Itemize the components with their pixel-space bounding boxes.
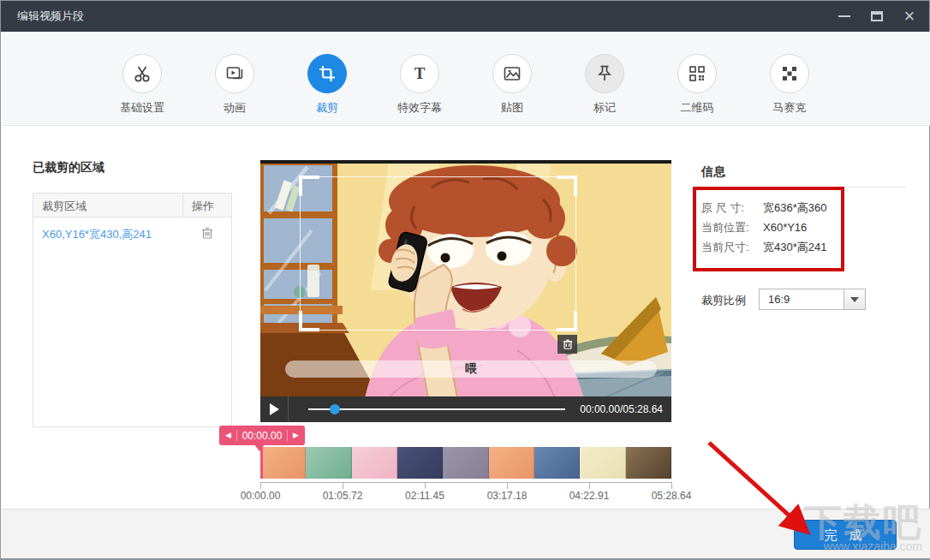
dropdown-button[interactable]	[844, 289, 865, 309]
done-button[interactable]: 完 成	[794, 520, 897, 550]
info-value: 宽636*高360	[763, 200, 826, 216]
info-label: 原 尺 寸:	[701, 200, 763, 216]
text-effect-icon: T	[400, 54, 439, 93]
ruler-tick	[425, 482, 426, 489]
close-icon: ×	[904, 8, 915, 25]
crop-ratio-value: 16:9	[760, 289, 844, 309]
trash-icon	[200, 226, 214, 240]
toolbar-item-animation[interactable]: 动画	[188, 32, 281, 125]
toolbar-item-label: 裁剪	[316, 100, 338, 116]
ruler-tick-label: 01:05.72	[313, 490, 373, 502]
cropped-regions-table: 裁剪区域 操作 X60,Y16*宽430,高241	[33, 193, 232, 427]
play-button[interactable]	[260, 396, 289, 422]
subtitle-bar: 喂	[285, 360, 657, 378]
ruler-tick	[589, 482, 590, 489]
pin-icon	[585, 54, 624, 93]
ruler-tick	[671, 482, 672, 489]
qrcode-icon	[677, 54, 717, 93]
scissors-icon	[122, 54, 162, 93]
filmstrip-thumbnail[interactable]	[443, 447, 488, 479]
ruler-tick-label: 00:00.00	[230, 490, 290, 502]
crop-ratio-select[interactable]: 16:9	[759, 289, 866, 310]
filmstrip-thumbnail[interactable]	[397, 447, 443, 479]
ruler-tick-label: 02:11.45	[395, 490, 455, 502]
badge-divider	[287, 430, 288, 441]
ruler-tick-label: 03:17.18	[477, 490, 537, 502]
step-forward-icon[interactable]: ▶	[293, 432, 299, 439]
toolbar: 基础设置动画裁剪T特效字幕贴图标记二维码马赛克	[2, 32, 930, 126]
toolbar-item-label: 马赛克	[773, 100, 807, 116]
mosaic-icon	[770, 54, 809, 93]
filmstrip-thumbnail[interactable]	[352, 447, 397, 479]
badge-divider	[236, 430, 237, 441]
maximize-icon	[871, 11, 883, 21]
toolbar-item-scissors[interactable]: 基础设置	[96, 32, 188, 125]
step-back-icon[interactable]: ◀	[225, 432, 231, 439]
subtitle-text: 喂	[465, 361, 477, 377]
timeline-ruler	[260, 482, 672, 483]
crop-selection-box[interactable]	[300, 176, 576, 331]
trash-icon	[562, 338, 574, 350]
toolbar-item-pin[interactable]: 标记	[558, 32, 651, 125]
column-header-action: 操作	[182, 194, 231, 217]
badge-time: 00:00.00	[242, 430, 283, 442]
sticker-image-icon	[492, 54, 532, 93]
timeline-filmstrip[interactable]	[260, 447, 671, 479]
crop-handle-top-right[interactable]	[557, 176, 577, 196]
edit-video-clip-window: 编辑视频片段 × 基础设置动画裁剪T特效字幕贴图标记二维码马赛克 已裁剪的区域 …	[0, 0, 930, 560]
minimize-icon	[838, 15, 850, 17]
crop-region-link[interactable]: X60,Y16*宽430,高241	[33, 227, 182, 242]
info-label: 当前位置:	[701, 220, 763, 235]
crop-handle-bottom-left[interactable]	[299, 311, 319, 331]
play-icon	[270, 403, 279, 415]
info-value: 宽430*高241	[763, 240, 826, 255]
progress-handle[interactable]	[330, 404, 340, 414]
filmstrip-thumbnail[interactable]	[580, 447, 625, 479]
progress-track	[308, 408, 565, 410]
toolbar-item-label: 贴图	[501, 100, 523, 116]
time-display: 00:00.00/05:28.64	[580, 403, 671, 415]
crop-handle-bottom-right[interactable]	[557, 311, 577, 331]
filmstrip-thumbnail[interactable]	[260, 447, 306, 479]
titlebar: 编辑视频片段 ×	[1, 1, 929, 32]
player-control-bar: 00:00.00/05:28.64	[260, 396, 671, 422]
timeline-playhead[interactable]	[260, 447, 263, 479]
animation-icon	[215, 54, 254, 93]
toolbar-item-mosaic[interactable]: 马赛克	[743, 32, 836, 125]
close-button[interactable]: ×	[893, 1, 926, 32]
delete-crop-button[interactable]	[557, 335, 577, 354]
toolbar-item-crop[interactable]: 裁剪	[281, 32, 373, 125]
toolbar-item-text-effect[interactable]: T特效字幕	[373, 32, 466, 125]
footer	[2, 509, 930, 558]
info-row: 当前位置:X60*Y16	[701, 217, 826, 237]
filmstrip-thumbnail[interactable]	[306, 447, 351, 479]
timeline-position-badge[interactable]: ◀ 00:00.00 ▶	[219, 426, 305, 445]
info-title: 信息	[701, 164, 725, 180]
maximize-button[interactable]	[861, 1, 893, 32]
filmstrip-thumbnail[interactable]	[534, 447, 580, 479]
toolbar-item-label: 二维码	[681, 100, 714, 116]
minimize-button[interactable]	[828, 1, 861, 32]
toolbar-item-qrcode[interactable]: 二维码	[651, 32, 743, 125]
toolbar-item-label: 标记	[593, 100, 616, 116]
info-row: 原 尺 寸:宽636*高360	[701, 198, 826, 217]
chevron-down-icon	[850, 297, 859, 302]
video-preview[interactable]: 喂	[260, 160, 671, 396]
info-rows: 原 尺 寸:宽636*高360当前位置:X60*Y16当前尺寸:宽430*高24…	[701, 198, 826, 257]
progress-bar[interactable]	[289, 396, 580, 422]
crop-icon	[307, 54, 347, 93]
table-header-row: 裁剪区域 操作	[33, 194, 231, 217]
toolbar-item-label: 特效字幕	[397, 100, 442, 116]
filmstrip-thumbnail[interactable]	[489, 447, 534, 479]
window-title: 编辑视频片段	[17, 9, 84, 24]
ruler-tick	[343, 482, 343, 489]
ruler-tick	[507, 482, 508, 489]
ruler-tick-label: 04:22.91	[559, 490, 619, 502]
info-separator	[701, 187, 907, 188]
delete-region-button[interactable]	[182, 226, 231, 243]
info-row: 当前尺寸:宽430*高241	[701, 237, 826, 257]
crop-handle-top-left[interactable]	[299, 176, 319, 196]
crop-ratio-label: 裁剪比例	[701, 293, 746, 308]
toolbar-item-sticker-image[interactable]: 贴图	[466, 32, 558, 125]
filmstrip-thumbnail[interactable]	[626, 447, 671, 479]
